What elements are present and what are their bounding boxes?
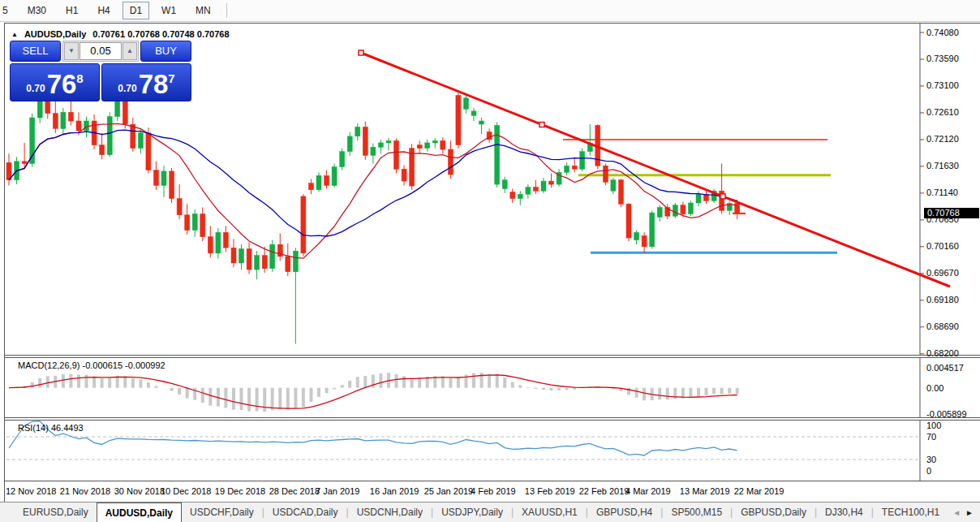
sell-price-display[interactable]: 0.70 76 8	[10, 63, 100, 101]
date-axis-label: 28 Dec 2018	[269, 486, 320, 496]
date-axis-label: 16 Jan 2019	[370, 486, 419, 496]
date-axis-label: 13 Mar 2019	[680, 486, 730, 496]
buy-price-pips: 78	[139, 72, 169, 97]
timeframe-button-d1[interactable]: D1	[122, 2, 149, 19]
tab-scroll-right-icon[interactable]: ►	[965, 508, 974, 517]
date-axis-label: 21 Nov 2018	[60, 486, 110, 496]
tab-xauusd-h1[interactable]: XAUUSD,H1	[514, 503, 586, 522]
chart-title: ▲ AUDUSD,Daily 0.70761 0.70768 0.70748 0…	[11, 29, 230, 39]
price-axis-tick: 0.71630	[926, 161, 959, 170]
price-axis-tick: 0.72120	[926, 134, 959, 144]
price-axis-tick: 0.69180	[926, 295, 959, 304]
date-axis-label: 12 Nov 2018	[6, 486, 56, 496]
chart-symbol-label: AUDUSD,Daily	[24, 29, 86, 39]
price-axis-tick: 0.73100	[926, 80, 959, 90]
timeframe-buttons: M30H1H4D1W1MN	[18, 2, 221, 19]
timeframe-button-partial[interactable]: 5	[0, 2, 15, 19]
chart-window[interactable]: ▲ AUDUSD,Daily 0.70761 0.70768 0.70748 0…	[4, 23, 980, 502]
price-axis-tick: 0.74080	[926, 28, 959, 37]
macd-axis-tick: -0.005899	[926, 409, 967, 419]
timeframe-button-mn[interactable]: MN	[188, 2, 218, 19]
buy-price-point: 7	[168, 71, 174, 85]
date-axis-label: 30 Nov 2018	[114, 486, 165, 496]
tab-audusd-daily[interactable]: AUDUSD,Daily	[97, 503, 182, 522]
timeframe-button-w1[interactable]: W1	[154, 2, 183, 19]
main-chart-pane[interactable]: ▲ AUDUSD,Daily 0.70761 0.70768 0.70748 0…	[5, 23, 980, 356]
tab-sp500-m15[interactable]: SP500,M15	[663, 503, 730, 522]
collapse-panel-icon[interactable]: ▲	[11, 31, 18, 38]
buy-button[interactable]: BUY	[140, 41, 191, 62]
tab-scroll-left-icon[interactable]: ◄	[952, 508, 961, 517]
one-click-trading-panel: SELL ▼ 0.05 ▲ BUY 0.70 76 8 0.70 78 7	[10, 41, 191, 101]
chart-ohlc-values: 0.70761 0.70768 0.70748 0.70768	[92, 29, 229, 39]
tab-gbpusd-daily[interactable]: GBPUSD,Daily	[733, 503, 815, 522]
volume-increase-button[interactable]: ▲	[122, 42, 137, 60]
price-axis-tick: 0.68690	[926, 321, 959, 331]
rsi-axis-tick: 100	[926, 421, 941, 430]
date-axis-label: 25 Jan 2019	[424, 486, 474, 496]
date-axis-label: 4 Feb 2019	[471, 486, 516, 496]
rsi-axis-tick: 30	[926, 455, 936, 464]
price-axis-tick: 0.73590	[926, 54, 959, 63]
volume-input[interactable]: 0.05	[80, 42, 122, 60]
date-axis-label: 22 Mar 2019	[734, 486, 784, 496]
tab-gbpusd-h4[interactable]: GBPUSD,H4	[588, 503, 660, 522]
sell-price-point: 8	[76, 71, 83, 85]
current-price-tag: 0.70768	[924, 208, 979, 218]
volume-decrease-button[interactable]: ▼	[64, 42, 79, 60]
timeframe-toolbar: 5 M30H1H4D1W1MN	[0, 0, 980, 22]
sell-price-major: 0.70	[26, 83, 45, 94]
price-axis-tick: 0.69670	[926, 268, 959, 278]
buy-price-major: 0.70	[118, 83, 136, 94]
volume-stepper: ▼ 0.05 ▲	[62, 41, 139, 62]
tab-dj30-h4[interactable]: DJ30,H4	[817, 503, 871, 522]
sell-button[interactable]: SELL	[10, 41, 61, 62]
price-axis-tick: 0.72610	[926, 107, 959, 117]
date-axis-label: 7 Jan 2019	[316, 486, 359, 496]
date-axis-label: 19 Dec 2018	[215, 486, 265, 496]
tab-tech100-h1[interactable]: TECH100,H1	[874, 503, 946, 522]
timeframe-button-h1[interactable]: H1	[58, 2, 85, 19]
tab-usdjpy-daily[interactable]: USDJPY,Daily	[433, 503, 511, 522]
buy-price-display[interactable]: 0.70 78 7	[101, 63, 191, 101]
macd-label: MACD(12,26,9) -0.000615 -0.000992	[18, 360, 165, 370]
tab-usdcad-daily[interactable]: USDCAD,Daily	[264, 503, 346, 522]
rsi-label: RSI(14) 46.4493	[18, 423, 84, 433]
tab-usdcnh-daily[interactable]: USDCNH,Daily	[349, 503, 431, 522]
tab-eurusd-daily[interactable]: EURUSD,Daily	[15, 503, 97, 522]
price-axis-tick: 0.70160	[926, 241, 959, 251]
toolbar-separator	[226, 3, 227, 18]
date-axis[interactable]: 12 Nov 201821 Nov 201830 Nov 201810 Dec …	[5, 482, 980, 502]
date-axis-label: 22 Feb 2019	[579, 486, 630, 496]
date-axis-label: 4 Mar 2019	[625, 486, 671, 496]
sell-price-pips: 76	[47, 72, 77, 97]
date-axis-label: 10 Dec 2018	[161, 486, 211, 496]
price-axis-tick: 0.68200	[926, 348, 959, 358]
date-axis-label: 13 Feb 2019	[525, 486, 575, 496]
timeframe-button-m30[interactable]: M30	[20, 2, 54, 19]
rsi-axis-tick: 0	[926, 466, 931, 476]
timeframe-button-h4[interactable]: H4	[90, 2, 117, 19]
rsi-pane[interactable]: RSI(14) 46.4493 10070300	[5, 420, 980, 481]
macd-pane[interactable]: MACD(12,26,9) -0.000615 -0.000992 0.0045…	[5, 357, 980, 418]
macd-axis-tick: 0.00	[926, 383, 943, 393]
chart-tab-bar: EURUSD,DailyAUDUSD,DailyUSDCHF,Daily|USD…	[0, 502, 980, 522]
price-axis-tick: 0.71140	[926, 188, 958, 197]
macd-axis-tick: 0.004517	[926, 363, 964, 373]
tab-usdchf-daily[interactable]: USDCHF,Daily	[182, 503, 262, 522]
chart-tabs: EURUSD,DailyAUDUSD,DailyUSDCHF,Daily|USD…	[0, 503, 946, 522]
rsi-axis-tick: 70	[926, 432, 936, 442]
tab-scroll-arrows: ◄ ►	[946, 503, 980, 522]
